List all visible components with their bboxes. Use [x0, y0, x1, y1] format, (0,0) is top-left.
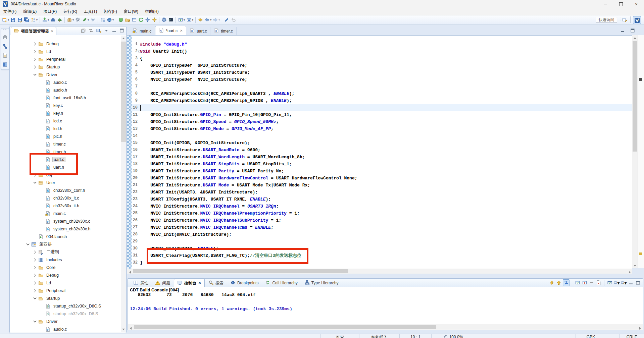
dropdown-caret-icon[interactable]: ▾ — [88, 18, 89, 21]
tree-item-lcd.c[interactable]: clcd.c — [10, 117, 120, 125]
dropdown-caret-icon[interactable]: ▾ — [48, 18, 49, 21]
line-number[interactable]: 1 — [132, 41, 138, 48]
line-number[interactable]: 8 — [132, 90, 138, 97]
line-number[interactable]: 31 — [132, 252, 138, 259]
sparkle-gold-button[interactable] — [151, 16, 158, 23]
tree-item-Driver[interactable]: Driver — [10, 318, 120, 325]
revert-button[interactable] — [230, 16, 237, 23]
flash-program-button[interactable]: ▾ — [81, 16, 90, 23]
line-number[interactable]: 24 — [132, 203, 138, 210]
package-button[interactable]: ▾ — [66, 16, 75, 23]
tree-item-system_ch32v30x.c[interactable]: csystem_ch32v30x.c — [10, 217, 120, 225]
line-number[interactable]: 14 — [132, 132, 138, 139]
focus-on-active-button[interactable] — [96, 27, 102, 34]
tool-window-button[interactable] — [131, 16, 138, 23]
line-number[interactable]: 26 — [132, 217, 138, 224]
console-tab-搜索[interactable]: 搜索 — [205, 279, 227, 287]
view-menu-button[interactable] — [103, 27, 109, 34]
code-line-29[interactable]: 29 — [132, 238, 632, 245]
editor-maximize-icon[interactable] — [630, 28, 635, 33]
tree-item-key.c[interactable]: ckey.c — [10, 102, 120, 109]
terminal-button[interactable] — [167, 16, 174, 23]
console-hscroll-left-icon[interactable] — [128, 326, 133, 331]
dropdown-caret-icon[interactable]: ▾ — [112, 18, 114, 21]
tree-item-Peripheral[interactable]: Peripheral — [10, 55, 120, 63]
editor-hscroll-right-icon[interactable] — [627, 270, 632, 275]
line-number[interactable]: 20 — [132, 175, 138, 182]
line-number[interactable]: 15 — [132, 139, 138, 147]
global-config-button[interactable]: ▾ — [106, 16, 114, 23]
tree-item-audio.c[interactable]: caudio.c — [10, 325, 120, 332]
menu-item-闪存(F)[interactable]: 闪存(F) — [100, 8, 120, 15]
dropdown-caret-icon[interactable]: ▾ — [210, 18, 211, 21]
refresh-button[interactable] — [138, 16, 144, 23]
tree-item-ch32v30x_conf.h[interactable]: hch32v30x_conf.h — [10, 186, 120, 194]
code-line-16[interactable]: 16 USART_InitStructure.USART_BaudRate = … — [132, 147, 632, 154]
code-line-11[interactable]: 11 GPIO_InitStructure.GPIO_Pin = GPIO_Pi… — [132, 111, 632, 118]
tree-item-二进制[interactable]: 01二进制 — [10, 248, 120, 256]
tree-item-Includes[interactable]: Includes — [10, 256, 120, 264]
build-project-button[interactable] — [56, 16, 63, 23]
code-line-26[interactable]: 26 NVIC_InitStructure.NVIC_IRQChannelSub… — [132, 217, 632, 224]
tree-item-Ld[interactable]: Ld — [10, 48, 120, 55]
console-tab-Type Hierarchy[interactable]: Type Hierarchy — [301, 279, 342, 287]
editor-hscroll-left-icon[interactable] — [127, 270, 133, 275]
tree-collapsed-arrow-icon[interactable] — [32, 265, 38, 270]
tree-expanded-arrow-icon[interactable] — [32, 180, 38, 185]
collapse-all-button[interactable] — [80, 27, 86, 34]
editor-vscroll-thumb[interactable] — [633, 41, 637, 152]
minimize-button[interactable] — [598, 0, 613, 8]
code-line-7[interactable]: 7 — [132, 83, 632, 90]
debug-history-button[interactable]: ▾ — [186, 16, 194, 23]
mounriver-perspective-icon[interactable] — [633, 16, 641, 24]
code-line-4[interactable]: 4 GPIO_InitTypeDef GPIO_InitStructure; — [132, 62, 632, 69]
show-on-stderr-button[interactable] — [582, 280, 588, 286]
search-binoculars-button[interactable] — [50, 16, 56, 23]
tree-scrollbar[interactable] — [121, 36, 126, 332]
tree-collapsed-arrow-icon[interactable] — [32, 288, 38, 293]
code-line-22[interactable]: 22 USART_Init(USART3, &USART_InitStructu… — [132, 189, 632, 196]
run-history-button[interactable]: ▾ — [177, 16, 186, 23]
code-line-10[interactable]: 10 — [132, 104, 632, 111]
console-tab-Call Hierarchy[interactable]: Call Hierarchy — [262, 279, 300, 287]
line-number[interactable]: 10 — [132, 104, 138, 111]
line-number[interactable]: 28 — [132, 231, 138, 238]
code-line-13[interactable]: 13 GPIO_InitStructure.GPIO_Mode = GPIO_M… — [132, 125, 632, 132]
code-line-1[interactable]: 1#include "debug.h" — [132, 41, 632, 48]
fast-view-grip[interactable] — [3, 30, 7, 31]
tree-collapsed-arrow-icon[interactable] — [32, 257, 38, 263]
editor-hscroll-thumb[interactable] — [133, 269, 348, 273]
tab-close-icon[interactable]: ✕ — [198, 281, 201, 285]
menu-item-窗口(W)[interactable]: 窗口(W) — [120, 8, 142, 15]
dropdown-caret-icon[interactable]: ▾ — [36, 18, 38, 21]
database-button[interactable] — [117, 16, 124, 23]
tree-item-Peripheral[interactable]: Peripheral — [10, 287, 120, 294]
console-hscrollbar[interactable] — [128, 324, 643, 330]
line-number[interactable]: 21 — [132, 182, 138, 189]
tab-project-explorer[interactable]: 项目资源管理器 ✕ — [11, 27, 56, 35]
code-line-5[interactable]: 5 USART_InitTypeDef USART_InitStructure; — [132, 69, 632, 76]
tree-collapsed-arrow-icon[interactable] — [32, 49, 38, 54]
code-line-25[interactable]: 25 NVIC_InitStructure.NVIC_IRQChannelPre… — [132, 210, 632, 217]
annotate-pen-button[interactable] — [224, 16, 230, 23]
tree-item-startup_ch32v30x_D8C.S[interactable]: Sstartup_ch32v30x_D8C.S — [10, 302, 120, 310]
maximize-button[interactable] — [613, 0, 629, 8]
save-button[interactable] — [10, 16, 16, 23]
line-number[interactable]: 22 — [132, 189, 138, 196]
save-all-button[interactable] — [23, 16, 30, 23]
tree-item-timer.c[interactable]: ctimer.c — [10, 140, 120, 148]
close-view-icon[interactable]: ✕ — [51, 30, 53, 33]
forward-button[interactable]: ▾ — [212, 16, 220, 23]
editor-vscroll-up-icon[interactable] — [632, 35, 638, 41]
code-line-21[interactable]: 21 USART_InitStructure.USART_Mode = USAR… — [132, 182, 632, 189]
overview-ruler[interactable] — [638, 35, 644, 268]
line-number[interactable]: 12 — [132, 118, 138, 125]
code-editor[interactable]: 1#include "debug.h"2void Usart3_Init()3{… — [127, 35, 632, 269]
dropdown-caret-icon[interactable]: ▾ — [218, 18, 220, 21]
tree-collapsed-arrow-icon[interactable] — [32, 273, 38, 278]
fast-view-print-button[interactable] — [2, 34, 8, 40]
tree-scroll-thumb[interactable] — [121, 42, 126, 142]
code-line-2[interactable]: 2void Usart3_Init() — [132, 48, 632, 55]
tree-collapsed-arrow-icon[interactable] — [32, 64, 38, 70]
tree-item-第四讲[interactable]: 第四讲 — [10, 240, 120, 248]
